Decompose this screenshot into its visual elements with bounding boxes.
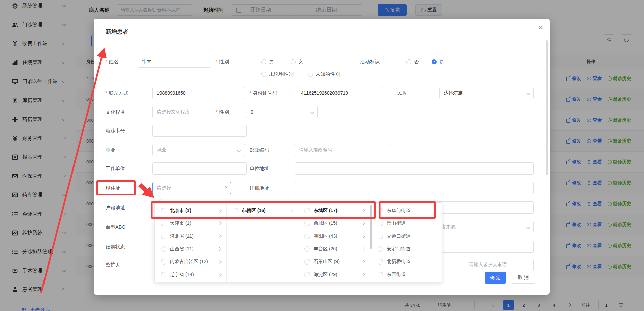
close-icon[interactable]: ×: [536, 23, 546, 32]
cascader-option-street[interactable]: 交道口街道: [370, 230, 442, 243]
cascader-option-province[interactable]: 内蒙古自治区 (12): [155, 255, 226, 268]
cascader-city-column: 市辖区 (16): [227, 203, 298, 282]
cascader-option-street[interactable]: 景山街道: [370, 217, 442, 230]
blood-type-label: 血型ABO: [106, 221, 126, 233]
chevron-right-icon: [289, 209, 293, 212]
radio-icon: [233, 208, 238, 213]
gender-code-select[interactable]: 0: [246, 106, 318, 118]
cascader-option-province[interactable]: 山西省 (11): [155, 243, 226, 255]
cancel-button[interactable]: 取 消: [511, 272, 535, 284]
ethnicity-select[interactable]: 达斡尔族: [439, 87, 534, 99]
chevron-down-icon: [202, 110, 207, 114]
marital-status-label: 婚姻状态: [106, 241, 125, 253]
contact-input[interactable]: 19880991650: [152, 87, 244, 99]
cascader-option-district[interactable]: 东城区 (17): [298, 204, 370, 217]
radio-checked-icon: [432, 59, 437, 64]
chevron-down-icon: [526, 225, 530, 229]
cascader-option-district[interactable]: 朝阳区 (43): [298, 230, 370, 243]
chevron-right-icon: [217, 273, 221, 276]
gender-code-label: 性别: [216, 106, 229, 118]
contact-label: 联系方式: [106, 87, 128, 99]
gender-radio-unstated[interactable]: 未说明性别: [261, 68, 294, 80]
cascader-option-city[interactable]: 市辖区 (16): [227, 204, 298, 217]
gender-label: 性别: [216, 56, 229, 68]
chevron-right-icon: [217, 247, 221, 251]
radio-icon: [304, 234, 310, 239]
cascader-option-province[interactable]: 河北省 (11): [155, 230, 226, 243]
chevron-right-icon: [217, 209, 221, 212]
education-select[interactable]: 请选择文化程度: [152, 106, 210, 118]
radio-icon: [261, 59, 266, 64]
radio-icon: [161, 259, 166, 265]
radio-icon: [161, 246, 166, 252]
radio-icon: [161, 234, 166, 239]
chevron-down-icon: [310, 110, 314, 114]
radio-icon: [406, 59, 411, 64]
education-label: 文化程度: [106, 106, 125, 118]
cascader-district-column: 东城区 (17) 西城区 (15) 朝阳区 (43) 丰台区 (26) 石景山区…: [298, 203, 370, 282]
address-cascader-dropdown: 北京市 (1) 天津市 (1) 河北省 (11) 山西省 (11) 内蒙古自治区…: [154, 202, 442, 282]
work-unit-label: 工作单位: [106, 162, 125, 175]
unit-address-input[interactable]: [295, 162, 534, 175]
gender-radio-unknown[interactable]: 未知的性别: [308, 68, 340, 80]
cascader-option-district[interactable]: 海淀区 (29): [298, 268, 370, 281]
active-flag-label: 活动标识: [360, 56, 380, 68]
chevron-up-icon: [223, 186, 227, 190]
radio-icon: [304, 259, 310, 265]
confirm-button[interactable]: 确 定: [485, 272, 506, 284]
gender-radio-male[interactable]: 男: [261, 56, 274, 68]
current-address-cascader[interactable]: 请选择: [152, 182, 231, 194]
household-address-label: 户籍地址: [106, 201, 125, 214]
cascader-street-column: 东华门街道 景山街道 交道口街道 安定门街道 北新桥街道 东四街道: [370, 203, 442, 282]
chevron-right-icon: [361, 260, 365, 263]
radio-icon: [161, 221, 166, 226]
cascader-option-province[interactable]: 辽宁省 (14): [155, 268, 226, 281]
detail-address-input[interactable]: [295, 182, 534, 194]
modal-scrollbar[interactable]: [546, 40, 548, 175]
detail-address-label: 详细地址: [250, 182, 269, 194]
work-unit-input[interactable]: [152, 162, 247, 175]
radio-icon: [261, 72, 266, 77]
cascader-option-district[interactable]: 丰台区 (26): [298, 243, 370, 255]
cascader-option-street[interactable]: 安定门街道: [370, 243, 442, 255]
cascader-option-street[interactable]: 北新桥街道: [370, 255, 442, 268]
radio-icon: [304, 208, 310, 213]
guardian-label: 监护人: [106, 259, 120, 271]
cascader-option-province[interactable]: 北京市 (1): [155, 204, 226, 217]
cascader-option-district[interactable]: 西城区 (15): [298, 217, 370, 230]
chevron-right-icon: [361, 234, 365, 238]
radio-icon: [378, 272, 383, 277]
cascader-option-street[interactable]: 东四街道: [370, 268, 442, 281]
chevron-right-icon: [217, 221, 221, 225]
card-no-input[interactable]: [152, 125, 247, 137]
cascader-option-street[interactable]: 东华门街道: [370, 204, 442, 217]
radio-icon: [378, 234, 383, 239]
cascader-option-district[interactable]: 石景山区 (9): [298, 255, 370, 268]
chevron-right-icon: [217, 234, 221, 238]
modal-title: 新增患者: [106, 28, 128, 36]
radio-icon: [304, 221, 310, 226]
occupation-select[interactable]: 职业: [152, 144, 245, 156]
radio-icon: [378, 246, 383, 252]
active-flag-radio-yes[interactable]: 是: [432, 56, 444, 68]
id-number-input[interactable]: 411625192602039719: [297, 87, 383, 99]
postal-code-input[interactable]: 请输入邮政编码: [295, 144, 391, 156]
radio-icon: [308, 72, 313, 77]
cascader-option-province[interactable]: 天津市 (1): [155, 217, 226, 230]
active-flag-radio-no[interactable]: 否: [406, 56, 419, 68]
gender-radio-female[interactable]: 女: [291, 56, 303, 68]
radio-icon: [304, 272, 310, 277]
ethnicity-label: 民族: [397, 87, 407, 99]
chevron-right-icon: [361, 221, 365, 225]
card-no-label: 就诊卡号: [106, 125, 125, 137]
current-address-label: 现住址: [106, 182, 120, 194]
occupation-label: 职业: [106, 144, 115, 156]
radio-icon: [378, 208, 383, 213]
cascader-province-column: 北京市 (1) 天津市 (1) 河北省 (11) 山西省 (11) 内蒙古自治区…: [155, 203, 227, 282]
chevron-down-icon: [526, 91, 530, 95]
radio-icon: [378, 221, 383, 226]
name-input[interactable]: 牢大: [138, 56, 210, 68]
modal-divider: [94, 46, 550, 46]
postal-code-label: 邮政编码: [250, 144, 269, 156]
radio-icon: [291, 59, 296, 64]
